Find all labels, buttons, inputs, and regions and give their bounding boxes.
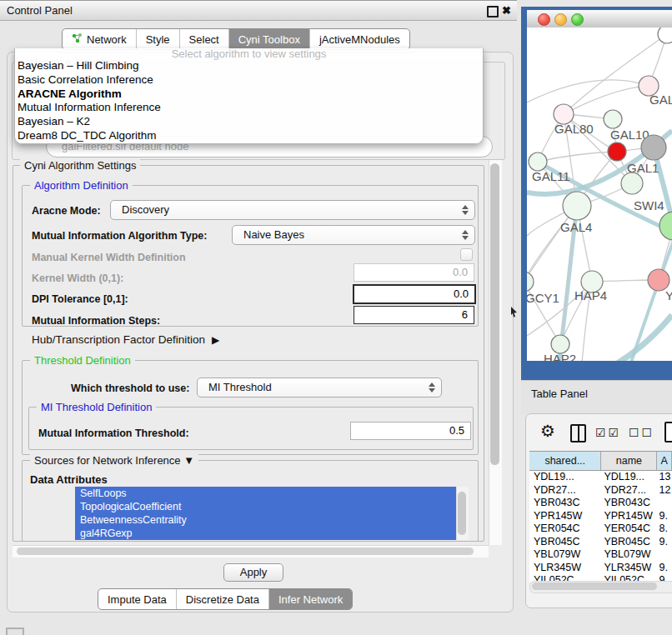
- table-cell: [655, 548, 672, 562]
- network-node-hap2[interactable]: [551, 335, 569, 353]
- table-cell: YBL079W: [529, 548, 599, 562]
- table-cell: YPR145W: [599, 510, 654, 523]
- table-row[interactable]: YBR043CYBR043C: [529, 497, 672, 510]
- hub-factor-expander[interactable]: Hub/Transcription Factor Definition▶: [32, 333, 219, 346]
- cyni-algorithm-settings-title: Cyni Algorithm Settings: [20, 159, 140, 172]
- tab-jactivemnodules[interactable]: jActiveMNodules: [310, 29, 409, 49]
- algorithm-dropdown-popup: Select algorithm to view settings Bayesi…: [14, 48, 484, 144]
- algorithm-option-selected[interactable]: ARACNE Algorithm: [15, 88, 483, 102]
- manual-kernel-checkbox[interactable]: [460, 248, 473, 261]
- table-cell: [655, 497, 672, 510]
- settings-horizontal-scrollbar-thumb[interactable]: [17, 548, 474, 555]
- tab-select[interactable]: Select: [180, 29, 229, 49]
- algorithm-option[interactable]: Dream8 DC_TDC Algorithm: [15, 129, 483, 143]
- kernel-width-input[interactable]: 0.0: [354, 263, 474, 282]
- algorithm-option[interactable]: Basic Correlation Inference: [15, 73, 483, 88]
- aracne-mode-label: Aracne Mode:: [32, 205, 101, 217]
- mi-steps-input[interactable]: 6: [354, 306, 474, 324]
- network-node-gal1[interactable]: [608, 142, 626, 161]
- network-edge[interactable]: [564, 86, 649, 114]
- table-row[interactable]: YDR27...YDR27...12: [529, 484, 672, 498]
- mi-type-label: Mutual Information Algorithm Type:: [32, 230, 207, 242]
- network-edge[interactable]: [527, 80, 649, 102]
- network-node-gal11[interactable]: [529, 152, 547, 171]
- tab-network[interactable]: Network: [63, 29, 137, 49]
- data-attributes-label: Data Attributes: [30, 473, 108, 486]
- network-node[interactable]: [641, 135, 666, 160]
- network-node-gal10[interactable]: [604, 110, 622, 128]
- split-columns-icon[interactable]: [570, 424, 586, 442]
- deselect-all-checkboxes-icon[interactable]: ☐☐: [629, 426, 654, 439]
- network-node-label: Y: [665, 288, 672, 302]
- float-window-icon[interactable]: [487, 6, 499, 18]
- attribute-item-selected[interactable]: gal4RGexp: [75, 527, 456, 540]
- which-threshold-label: Which threshold to use:: [71, 382, 189, 394]
- attributes-scrollbar-thumb[interactable]: [458, 492, 466, 535]
- tab-impute-data[interactable]: Impute Data: [98, 589, 177, 609]
- select-all-checkboxes-icon[interactable]: ☑☑: [595, 426, 621, 439]
- algorithm-option[interactable]: Bayesian – K2: [15, 115, 483, 129]
- dpi-tolerance-input[interactable]: 0.0: [353, 284, 476, 304]
- tab-style[interactable]: Style: [137, 29, 180, 49]
- minimize-traffic-light-icon[interactable]: [554, 13, 567, 26]
- network-node[interactable]: [659, 212, 672, 240]
- network-node-label: GAL80: [554, 122, 594, 136]
- close-icon[interactable]: ✖: [502, 2, 511, 19]
- attribute-item-selected[interactable]: BetweennessCentrality: [75, 513, 456, 527]
- tab-discretize-data[interactable]: Discretize Data: [177, 589, 269, 609]
- document-icon[interactable]: [664, 422, 672, 442]
- bottom-tabs: Impute Data Discretize Data Infer Networ…: [98, 588, 353, 610]
- table-cell: YDL19...: [599, 471, 654, 484]
- table-cell: YDR27...: [599, 484, 654, 498]
- control-panel-tabs: Network Style Select Cyni Toolbox jActiv…: [62, 28, 410, 50]
- mi-threshold-definition-title: MI Threshold Definition: [37, 401, 156, 413]
- aracne-mode-combo[interactable]: Discovery: [110, 200, 475, 220]
- minimized-panel-icon[interactable]: [6, 628, 24, 635]
- table-row[interactable]: YBR045CYBR045C9.: [529, 536, 672, 549]
- dpi-tolerance-label: DPI Tolerance [0,1]:: [32, 293, 128, 305]
- gear-icon[interactable]: ⚙: [540, 421, 555, 441]
- tab-infer-network[interactable]: Infer Network: [269, 589, 352, 609]
- table-cell: YER054C: [599, 522, 654, 536]
- column-header[interactable]: shared...: [529, 452, 601, 470]
- table-row[interactable]: YDL19...YDL19...13: [529, 471, 672, 484]
- mi-threshold-label: Mutual Information Threshold:: [38, 428, 189, 439]
- mi-type-combo[interactable]: Naive Bayes: [232, 225, 475, 245]
- settings-vertical-scrollbar-thumb[interactable]: [490, 163, 499, 465]
- attribute-item-selected[interactable]: TopologicalCoefficient: [75, 500, 456, 513]
- table-cell: YBR043C: [599, 497, 654, 510]
- attribute-item-selected[interactable]: SelfLoops: [75, 487, 456, 500]
- table-cell: 12: [655, 484, 672, 498]
- which-threshold-combo[interactable]: MI Threshold: [197, 378, 442, 398]
- table-cell: YBR045C: [599, 536, 654, 549]
- table-row[interactable]: YBL079WYBL079W: [529, 548, 672, 562]
- table-panel-header: Table Panel: [521, 380, 672, 414]
- table-horizontal-scrollbar-thumb[interactable]: [532, 582, 657, 590]
- network-node-gal4[interactable]: [563, 192, 591, 220]
- algorithm-option[interactable]: Mutual Information Inference: [15, 101, 483, 115]
- table-cell: 9.: [655, 510, 672, 523]
- table-cell: YBR045C: [529, 536, 599, 549]
- table-row[interactable]: YER054CYER054C8.: [529, 522, 672, 536]
- table-row[interactable]: YLR345WYLR345W9.: [529, 562, 672, 575]
- mi-steps-label: Mutual Information Steps:: [32, 315, 160, 327]
- network-node-gcy1[interactable]: [527, 272, 534, 292]
- column-header[interactable]: name: [601, 452, 657, 470]
- mi-threshold-input[interactable]: 0.5: [350, 422, 471, 440]
- tab-cyni-toolbox[interactable]: Cyni Toolbox: [229, 29, 310, 49]
- network-node-swi4[interactable]: [621, 172, 643, 194]
- mouse-cursor: [510, 306, 518, 321]
- apply-button[interactable]: Apply: [223, 563, 283, 582]
- table-row[interactable]: YPR145WYPR145W9.: [529, 510, 672, 523]
- column-header[interactable]: A: [657, 452, 672, 470]
- zoom-traffic-light-icon[interactable]: [571, 13, 584, 26]
- network-edge-highlighted[interactable]: [610, 315, 672, 361]
- network-edge[interactable]: [538, 152, 617, 162]
- tab-label: Network: [87, 33, 127, 46]
- network-node[interactable]: [658, 28, 672, 43]
- algorithm-option[interactable]: Bayesian – Hill Climbing: [15, 59, 483, 73]
- sources-expander[interactable]: Sources for Network Inference ▼: [30, 454, 198, 467]
- close-traffic-light-icon[interactable]: [538, 13, 550, 26]
- network-canvas[interactable]: GALGAL80GAL10GAL1GAL11SWI4GAL4GCY1HAP4YH…: [527, 28, 672, 361]
- kernel-width-label: Kernel Width (0,1):: [32, 272, 123, 284]
